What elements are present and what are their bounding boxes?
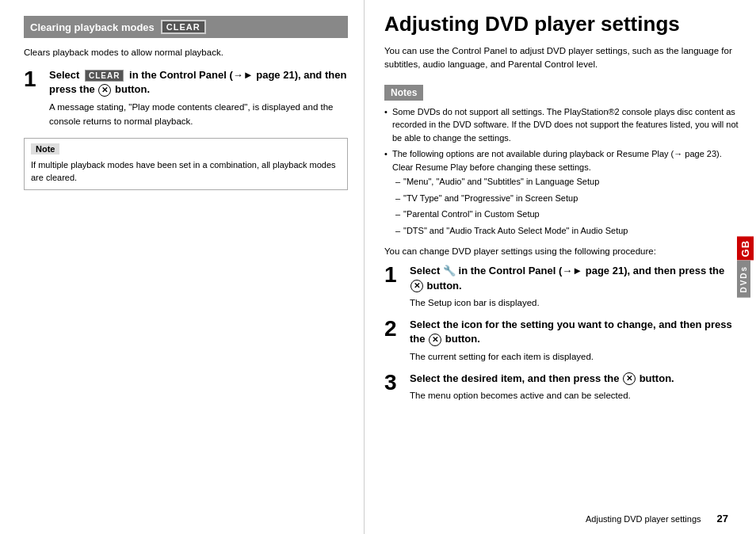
right-sub-notes: "Menu", "Audio" and "Subtitles" in Langu… bbox=[392, 175, 740, 237]
step1-x-circle: ✕ bbox=[410, 280, 423, 292]
right-step-1-desc: The Setup icon bar is displayed. bbox=[410, 296, 740, 310]
dvds-label: DVDs bbox=[737, 260, 750, 297]
right-sub-note-3: "Parental Control" in Custom Setup bbox=[392, 208, 740, 221]
right-step-2-content: Select the icon for the setting you want… bbox=[410, 318, 740, 364]
footer-text: Adjusting DVD player settings bbox=[586, 514, 701, 524]
left-note-text: If multiple playback modes have been set… bbox=[31, 158, 341, 185]
right-title: Adjusting DVD player settings bbox=[384, 12, 740, 36]
left-section-header: Clearing playback modes CLEAR bbox=[24, 16, 348, 38]
right-intro-text: You can use the Control Panel to adjust … bbox=[384, 44, 740, 72]
left-intro-text: Clears playback modes to allow normal pl… bbox=[24, 48, 348, 57]
right-note-1: Some DVDs do not support all settings. T… bbox=[384, 105, 740, 145]
right-step-3-number: 3 bbox=[384, 372, 402, 402]
right-sub-note-1: "Menu", "Audio" and "Subtitles" in Langu… bbox=[392, 175, 740, 189]
right-step-2-desc: The current setting for each item is dis… bbox=[410, 350, 740, 364]
right-panel: Adjusting DVD player settings You can us… bbox=[365, 0, 756, 534]
right-step-2: 2 Select the icon for the setting you wa… bbox=[384, 318, 740, 364]
right-step-1-title: Select 🔧 in the Control Panel (→► page 2… bbox=[410, 264, 740, 293]
page-footer: Adjusting DVD player settings 27 bbox=[586, 513, 728, 524]
step1-x-button: ✕ bbox=[98, 84, 111, 97]
left-step-1: 1 Select CLEAR in the Control Panel (→► … bbox=[24, 68, 348, 128]
left-note-box: Note If multiple playback modes have bee… bbox=[24, 138, 348, 190]
step1-clear-icon: CLEAR bbox=[85, 70, 124, 82]
right-notes-label: Notes bbox=[384, 85, 423, 101]
right-sub-note-4: "DTS" and "Audio Track Auto Select Mode"… bbox=[392, 224, 740, 238]
right-note-2: The following options are not available … bbox=[384, 147, 740, 237]
right-steps-intro: You can change DVD player settings using… bbox=[384, 246, 740, 256]
page-number: 27 bbox=[717, 513, 728, 524]
step2-x-circle: ✕ bbox=[429, 334, 441, 346]
right-step-3-content: Select the desired item, and then press … bbox=[410, 372, 740, 402]
left-step-1-content: Select CLEAR in the Control Panel (→► pa… bbox=[49, 68, 348, 128]
right-step-3-desc: The menu option becomes active and can b… bbox=[410, 389, 740, 402]
left-step-1-desc: A message stating, "Play mode contents c… bbox=[49, 101, 348, 128]
step1-end: button. bbox=[115, 83, 150, 95]
step1-before: Select bbox=[49, 69, 79, 81]
gb-label: GB bbox=[737, 237, 754, 261]
right-step-2-number: 2 bbox=[384, 318, 402, 364]
right-step-2-title: Select the icon for the setting you want… bbox=[410, 318, 740, 346]
left-header-title: Clearing playback modes bbox=[30, 21, 155, 33]
left-note-label: Note bbox=[31, 143, 59, 154]
right-notes-list: Some DVDs do not support all settings. T… bbox=[384, 105, 740, 238]
right-step-1-content: Select 🔧 in the Control Panel (→► page 2… bbox=[410, 264, 740, 310]
left-panel: Clearing playback modes CLEAR Clears pla… bbox=[0, 0, 365, 534]
left-step-1-number: 1 bbox=[24, 68, 41, 128]
step3-x-circle: ✕ bbox=[623, 372, 636, 385]
right-step-1: 1 Select 🔧 in the Control Panel (→► page… bbox=[384, 264, 740, 310]
right-step-3: 3 Select the desired item, and then pres… bbox=[384, 372, 740, 402]
right-step-1-number: 1 bbox=[384, 264, 402, 310]
left-step-1-title: Select CLEAR in the Control Panel (→► pa… bbox=[49, 68, 348, 97]
right-sub-note-2: "TV Type" and "Progressive" in Screen Se… bbox=[392, 192, 740, 205]
section-tab: GB DVDs bbox=[737, 237, 756, 297]
clear-badge: CLEAR bbox=[161, 20, 206, 34]
right-step-3-title: Select the desired item, and then press … bbox=[410, 372, 740, 386]
wrench-icon: 🔧 bbox=[443, 265, 456, 277]
